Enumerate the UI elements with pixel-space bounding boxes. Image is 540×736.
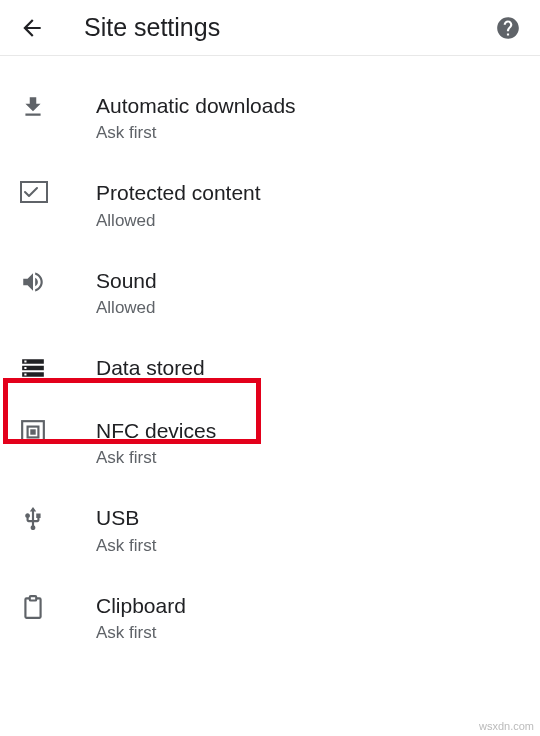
row-clipboard[interactable]: Clipboard Ask first bbox=[0, 574, 540, 661]
row-title: USB bbox=[96, 504, 520, 531]
arrow-back-icon bbox=[19, 15, 45, 41]
page-title: Site settings bbox=[84, 13, 486, 42]
row-automatic-downloads[interactable]: Automatic downloads Ask first bbox=[0, 74, 540, 161]
row-sub: Ask first bbox=[96, 536, 520, 556]
svg-rect-5 bbox=[30, 596, 37, 600]
help-icon bbox=[495, 15, 521, 41]
row-title: Protected content bbox=[96, 179, 520, 206]
row-sub: Allowed bbox=[96, 211, 520, 231]
back-button[interactable] bbox=[10, 6, 54, 50]
row-title: Sound bbox=[96, 267, 520, 294]
row-title: Automatic downloads bbox=[96, 92, 520, 119]
row-title: Clipboard bbox=[96, 592, 520, 619]
watermark: wsxdn.com bbox=[479, 720, 534, 732]
row-sub: Ask first bbox=[96, 623, 520, 643]
clipboard-icon bbox=[20, 592, 96, 620]
row-sub: Allowed bbox=[96, 298, 520, 318]
help-button[interactable] bbox=[486, 6, 530, 50]
download-icon bbox=[20, 92, 96, 120]
row-title: NFC devices bbox=[96, 417, 520, 444]
storage-icon bbox=[20, 355, 96, 381]
protected-icon bbox=[20, 179, 96, 203]
row-protected-content[interactable]: Protected content Allowed bbox=[0, 161, 540, 248]
app-header: Site settings bbox=[0, 0, 540, 56]
usb-icon bbox=[20, 504, 96, 532]
row-nfc-devices[interactable]: NFC devices Ask first bbox=[0, 399, 540, 486]
row-sub: Ask first bbox=[96, 123, 520, 143]
row-usb[interactable]: USB Ask first bbox=[0, 486, 540, 573]
nfc-icon bbox=[20, 417, 96, 445]
row-title: Data stored bbox=[96, 354, 520, 381]
sound-icon bbox=[20, 267, 96, 295]
svg-rect-3 bbox=[31, 431, 34, 434]
settings-list: Automatic downloads Ask first Protected … bbox=[0, 56, 540, 661]
row-sound[interactable]: Sound Allowed bbox=[0, 249, 540, 336]
row-data-stored[interactable]: Data stored bbox=[0, 336, 540, 399]
row-sub: Ask first bbox=[96, 448, 520, 468]
